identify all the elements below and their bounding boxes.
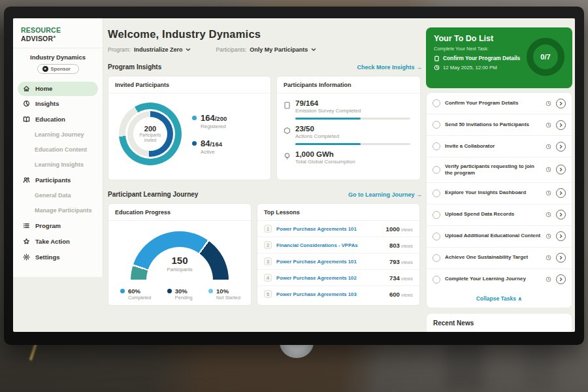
sidebar-item-program[interactable]: Program [13,218,103,234]
todo-hero-card: Your To Do List Complete Your Next Task:… [426,27,572,88]
legend-item-pending: 30% Pending [167,287,193,301]
lesson-link[interactable]: Power Purchase Agreements 101 [276,259,385,265]
sidebar-item-settings[interactable]: Settings [13,250,103,265]
completed-dot [120,289,125,293]
task-row[interactable]: Complete Your Learning Journey [427,269,572,290]
task-row[interactable]: Upload Spend Data Records [427,204,572,226]
task-row[interactable]: Upload Additional Educational Content [427,226,572,248]
task-go-button[interactable] [556,120,566,130]
book-icon [23,116,30,123]
sidebar-item-participants[interactable]: Participants [13,172,103,188]
legend-item-completed: 60% Completed [120,287,151,301]
task-checkbox[interactable] [433,121,440,129]
registered-dot [192,116,197,120]
go-to-learning-journey-link[interactable]: Go to Learning Journey → [348,191,422,198]
program-dropdown[interactable]: Program: Industrialize Zero [108,46,191,53]
task-checkbox[interactable] [433,254,440,262]
task-checkbox[interactable] [433,142,440,150]
legend-item-active: 84/164 Active [192,139,227,155]
sidebar-item-insights[interactable]: Insights [13,96,103,112]
task-row[interactable]: Achieve One Sustainability Target [427,248,572,269]
take-action-icon [23,238,30,245]
task-row[interactable]: Invite a Collaborator [427,136,572,157]
todo-progress-ring: 0/7 [527,38,564,76]
pending-dot [167,289,172,293]
lesson-row: 3 Power Purchase Agreements 101 793views [257,253,419,270]
actions-icon [284,127,291,135]
chevron-down-icon [186,47,191,52]
insights-icon [23,100,30,107]
task-go-button[interactable] [556,188,566,198]
participants-dropdown[interactable]: Participants: Only My Participants [216,46,316,53]
invited-legend: 164/200 Registered 84/164 Active [192,113,227,155]
task-row[interactable]: Verify participants requesting to join t… [427,157,572,183]
task-row[interactable]: Explore Your Insights Dashboard [427,183,572,204]
sidebar-item-general-data[interactable]: General Data [13,188,103,203]
rank-badge: 2 [264,241,272,249]
stat-emission-survey: 79/164 Emission Survey Completed [284,99,412,120]
task-row[interactable]: Confirm Your Program Details [427,93,572,114]
task-checkbox[interactable] [433,166,440,174]
list-icon [23,222,30,229]
task-checkbox[interactable] [433,189,440,197]
arrow-right-icon: → [416,64,422,71]
education-legend: 60% Completed 30% Pending 10% Not Starte… [108,281,251,301]
sidebar-nav: Home Insights Education Learning Journey… [13,80,103,265]
education-progress-card: Education Progress 150 Participants 60% … [108,203,252,306]
sidebar-item-learning-journey[interactable]: Learning Journey [13,127,103,142]
stat-bar-fill-0 [295,118,361,120]
clock-icon [434,65,440,71]
stat-global-consumption: 1,000 GWh Total Global Consumption [284,150,412,165]
clock-icon [546,122,551,128]
task-go-button[interactable] [556,274,566,284]
task-go-button[interactable] [556,165,566,174]
task-go-button[interactable] [556,253,566,263]
check-more-insights-link[interactable]: Check More Insights → [357,64,422,71]
task-checkbox[interactable] [433,211,440,219]
sponsor-badge: ● Sponsor [37,64,79,74]
clock-icon [546,255,551,261]
task-go-button[interactable] [556,142,566,152]
lesson-row: 4 Power Purchase Agreements 102 734views [257,270,419,286]
dashboard-screen: RESOURCE ADVISOR+ Industry Dynamics ● Sp… [13,18,575,332]
org-name: Industry Dynamics [13,54,103,61]
monitor-bezel: RESOURCE ADVISOR+ Industry Dynamics ● Sp… [4,7,584,345]
task-go-button[interactable] [556,210,566,220]
clock-icon [546,144,551,150]
task-go-button[interactable] [556,99,566,108]
main-content: Welcome, Industry Dynamics Program: Indu… [108,18,422,306]
rank-badge: 1 [264,225,272,233]
sidebar: RESOURCE ADVISOR+ Industry Dynamics ● Sp… [13,18,103,332]
task-checkbox[interactable] [433,276,440,284]
todo-task-list: Confirm Your Program Details Send 50 Inv… [426,92,572,308]
learning-journey-heading: Participant Learning Journey [108,191,198,198]
lesson-link[interactable]: Financial Considerations - VPPAs [276,242,385,248]
task-row[interactable]: Send 50 Invitations to Participants [427,114,572,136]
top-lessons-card: Top Lessons 1 Power Purchase Agreements … [257,203,420,306]
sidebar-item-manage-participants[interactable]: Manage Participants [13,203,103,218]
home-icon [23,85,30,92]
education-gauge-chart: 150 Participants [131,231,229,281]
active-dot [192,141,197,146]
lesson-link[interactable]: Power Purchase Agreements 102 [276,275,385,281]
chevron-up-icon: ∧ [517,295,522,302]
sidebar-item-education-content[interactable]: Education Content [13,142,103,157]
task-checkbox[interactable] [433,99,440,107]
lesson-link[interactable]: Power Purchase Agreements 101 [276,226,382,232]
sidebar-item-learning-insights[interactable]: Learning Insights [13,157,103,172]
task-go-button[interactable] [556,231,566,241]
sidebar-item-home[interactable]: Home [18,82,98,96]
sidebar-item-take-action[interactable]: Take Action [13,234,103,250]
program-insights-heading: Program Insights [108,63,161,71]
task-checkbox[interactable] [433,233,440,240]
invited-participants-card: Invited Participants 200 Participants In… [108,76,271,180]
participants-icon [23,176,30,184]
invited-donut-chart: 200 Participants Invited [119,103,182,165]
sidebar-item-education[interactable]: Education [13,112,103,127]
legend-item-registered: 164/200 Registered [192,113,227,129]
legend-item-not-started: 10% Not Started [208,287,240,301]
lesson-row: 5 Power Purchase Agreements 103 600views [257,286,419,302]
lesson-link[interactable]: Power Purchase Agreements 103 [276,291,385,297]
clock-icon [546,233,551,239]
collapse-tasks-link[interactable]: Collapse Tasks ∧ [427,290,572,308]
